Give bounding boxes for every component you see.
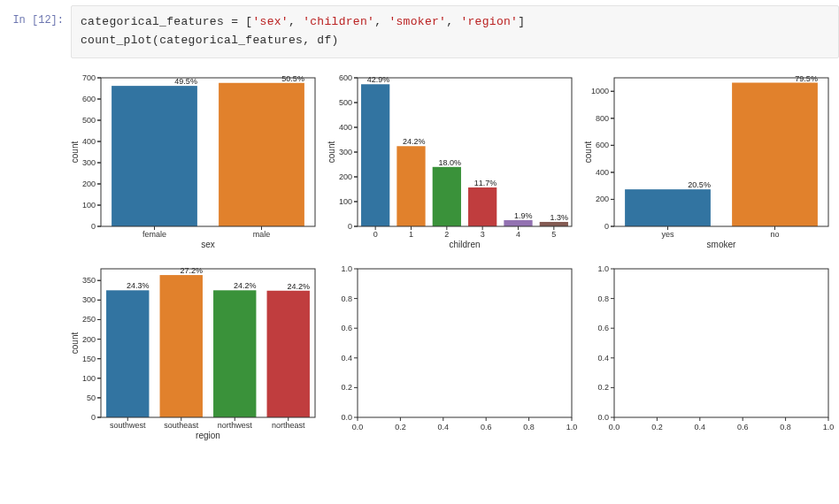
- x-tick-label: northeast: [272, 421, 305, 430]
- svg-text:250: 250: [82, 315, 96, 324]
- svg-text:200: 200: [82, 179, 96, 188]
- y-axis-label: count: [327, 141, 336, 163]
- y-axis-label: count: [583, 141, 593, 163]
- svg-text:0.4: 0.4: [597, 353, 609, 362]
- svg-text:1.0: 1.0: [597, 264, 609, 273]
- code-token: ,: [374, 15, 389, 28]
- svg-text:500: 500: [82, 116, 96, 125]
- bar-annotation: 24.2%: [234, 281, 257, 290]
- code-input[interactable]: categorical_features = ['sex', 'children…: [71, 5, 839, 58]
- svg-text:0.6: 0.6: [341, 324, 352, 332]
- code-token: = [: [224, 15, 252, 28]
- bar-region-southwest: [106, 290, 149, 417]
- svg-text:0.8: 0.8: [780, 423, 791, 431]
- x-axis-label: sex: [201, 240, 215, 249]
- chart-panel-region: 05010015020025030035024.3%southwest27.2%…: [69, 260, 320, 446]
- svg-text:0.4: 0.4: [438, 423, 450, 431]
- bar-annotation: 18.0%: [438, 157, 461, 166]
- prompt-label: In [12]:: [12, 14, 64, 27]
- svg-text:0.6: 0.6: [597, 324, 609, 332]
- svg-text:0.8: 0.8: [597, 294, 609, 302]
- svg-text:300: 300: [339, 148, 352, 157]
- svg-text:0.2: 0.2: [395, 423, 406, 431]
- svg-text:1.0: 1.0: [566, 423, 577, 431]
- bar-annotation: 42.9%: [367, 75, 390, 84]
- bar-children-1: [396, 146, 425, 226]
- chart-svg-empty2: 0.00.20.40.60.81.00.00.20.40.60.81.0: [582, 260, 834, 442]
- code-token: 'children': [303, 15, 374, 28]
- bar-annotation: 50.5%: [281, 73, 304, 82]
- svg-text:500: 500: [339, 98, 352, 107]
- bar-annotation: 24.3%: [127, 281, 150, 290]
- x-tick-label: northwest: [218, 421, 253, 430]
- x-axis-label: region: [196, 431, 220, 440]
- svg-text:1.0: 1.0: [823, 423, 834, 431]
- bar-children-3: [468, 187, 496, 226]
- y-axis-label: count: [70, 141, 80, 163]
- x-tick-label: 1: [409, 230, 413, 239]
- svg-rect-183: [614, 269, 828, 417]
- code-token: (: [152, 34, 159, 47]
- code-token: ,: [303, 34, 317, 47]
- svg-text:0.2: 0.2: [597, 383, 609, 392]
- x-tick-label: 5: [551, 230, 556, 239]
- svg-text:300: 300: [82, 158, 96, 167]
- x-tick-label: no: [770, 230, 779, 239]
- code-token: 'region': [460, 15, 518, 28]
- chart-panel-sex: 010020030040050060070049.5%female50.5%ma…: [69, 69, 320, 255]
- svg-text:700: 700: [82, 73, 96, 82]
- chart-svg-smoker: 0200400600800100020.5%yes79.5%nosmokerco…: [582, 69, 834, 251]
- svg-text:400: 400: [339, 123, 352, 132]
- bar-annotation: 24.2%: [403, 137, 426, 146]
- bar-annotation: 1.3%: [550, 213, 568, 222]
- bar-annotation: 27.2%: [180, 266, 203, 275]
- svg-rect-158: [358, 269, 572, 417]
- svg-text:0.0: 0.0: [341, 413, 352, 422]
- bar-children-2: [433, 166, 461, 225]
- svg-text:0.0: 0.0: [609, 423, 620, 431]
- svg-text:0.2: 0.2: [341, 383, 352, 392]
- svg-text:600: 600: [82, 95, 96, 103]
- chart-panel-smoker: 0200400600800100020.5%yes79.5%nosmokerco…: [582, 69, 834, 255]
- bar-children-0: [361, 84, 389, 226]
- code-token: ,: [289, 15, 303, 28]
- svg-text:600: 600: [596, 141, 609, 149]
- output-area: 010020030040050060070049.5%female50.5%ma…: [64, 58, 839, 446]
- chart-svg-region: 05010015020025030035024.3%southwest27.2%…: [69, 260, 320, 442]
- bar-region-southeast: [160, 275, 203, 417]
- bar-sex-male: [219, 82, 304, 225]
- chart-svg-empty1: 0.00.20.40.60.81.00.00.20.40.60.81.0: [326, 260, 577, 442]
- svg-text:350: 350: [82, 276, 96, 285]
- bar-children-5: [540, 222, 568, 226]
- x-tick-label: southwest: [110, 421, 146, 430]
- svg-text:100: 100: [339, 197, 352, 206]
- code-token: ,: [446, 15, 460, 28]
- bar-region-northeast: [267, 290, 310, 416]
- code-token: 'smoker': [389, 15, 446, 28]
- svg-text:200: 200: [82, 334, 96, 343]
- code-token: ]: [518, 15, 525, 28]
- code-token: df: [317, 34, 331, 47]
- x-tick-label: 4: [516, 230, 520, 239]
- svg-text:1.0: 1.0: [341, 264, 352, 273]
- execution-prompt: In [12]:: [0, 5, 71, 27]
- bar-annotation: 1.9%: [514, 211, 533, 220]
- svg-text:400: 400: [596, 168, 609, 177]
- svg-text:150: 150: [82, 354, 96, 363]
- code-cell: In [12]: categorical_features = ['sex', …: [0, 5, 839, 58]
- code-token: categorical_features: [81, 15, 224, 28]
- svg-text:400: 400: [82, 137, 96, 146]
- bar-smoker-yes: [625, 189, 711, 226]
- x-tick-label: female: [142, 230, 166, 239]
- svg-text:0: 0: [348, 222, 352, 231]
- svg-text:300: 300: [82, 295, 96, 304]
- code-token: ): [332, 34, 339, 47]
- bar-annotation: 20.5%: [688, 180, 711, 189]
- svg-text:0.6: 0.6: [481, 423, 492, 431]
- chart-panel-children: 010020030040050060042.9%024.2%118.0%211.…: [326, 69, 577, 255]
- svg-text:0.0: 0.0: [352, 423, 364, 431]
- chart-grid: 010020030040050060070049.5%female50.5%ma…: [69, 69, 832, 446]
- code-token: 'sex': [252, 15, 289, 28]
- chart-svg-children: 010020030040050060042.9%024.2%118.0%211.…: [326, 69, 577, 251]
- x-tick-label: yes: [661, 230, 674, 239]
